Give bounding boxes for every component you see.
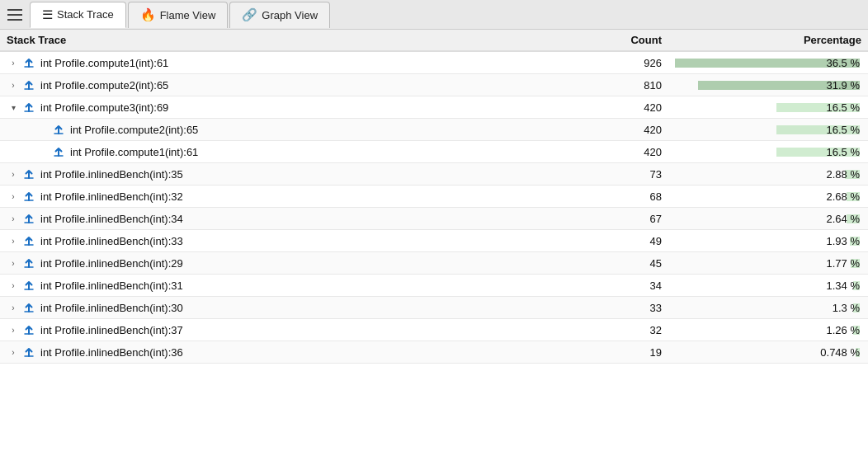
- count-cell-11: 34: [564, 275, 668, 297]
- method-icon-2: [21, 78, 36, 92]
- table-container: Stack Trace Count Percentage › int Profi…: [0, 30, 868, 465]
- tab-stack-trace-label: Stack Trace: [57, 8, 114, 21]
- pct-text-3: 16.5 %: [827, 101, 860, 114]
- count-cell-13: 32: [564, 319, 668, 341]
- method-name-9: int Profile.inlinedBench(int):33: [40, 235, 183, 247]
- method-name-5: int Profile.compute1(int):61: [70, 146, 198, 158]
- count-cell-5: 420: [564, 141, 668, 163]
- pct-cell-6: 2.88 %: [668, 163, 868, 186]
- count-cell-6: 73: [564, 163, 668, 186]
- method-name-1: int Profile.compute1(int):61: [40, 57, 168, 69]
- expand-button-11[interactable]: ›: [7, 279, 20, 292]
- expand-button-12[interactable]: ›: [7, 301, 20, 314]
- method-name-13: int Profile.inlinedBench(int):37: [40, 324, 183, 336]
- pct-cell-1: 36.5 %: [668, 51, 868, 74]
- method-icon-12: [21, 300, 36, 315]
- method-icon-7: [21, 189, 36, 204]
- tab-stack-trace[interactable]: ☰ Stack Trace: [30, 2, 126, 28]
- table-row: › int Profile.inlinedBench(int):34672.64…: [0, 208, 868, 230]
- stack-cell-9: › int Profile.inlinedBench(int):33: [0, 230, 564, 252]
- pct-text-10: 1.77 %: [827, 257, 860, 270]
- pct-cell-12: 1.3 %: [668, 297, 868, 319]
- hamburger-menu[interactable]: [3, 3, 26, 26]
- method-icon-1: [21, 55, 36, 70]
- table-row: › int Profile.compute2(int):6581031.9 %: [0, 74, 868, 96]
- pct-text-11: 1.34 %: [827, 279, 860, 292]
- stack-cell-6: › int Profile.inlinedBench(int):35: [0, 163, 564, 186]
- expand-button-3[interactable]: ▾: [7, 101, 20, 114]
- stack-cell-13: › int Profile.inlinedBench(int):37: [0, 319, 564, 341]
- stack-trace-icon: ☰: [42, 7, 53, 22]
- pct-cell-5: 16.5 %: [668, 141, 868, 163]
- table-row: int Profile.compute1(int):6142016.5 %: [0, 141, 868, 163]
- table-row: › int Profile.inlinedBench(int):35732.88…: [0, 163, 868, 186]
- pct-text-14: 0.748 %: [820, 346, 860, 359]
- method-name-12: int Profile.inlinedBench(int):30: [40, 302, 183, 314]
- expand-button-7[interactable]: ›: [7, 190, 20, 203]
- table-header-row: Stack Trace Count Percentage: [0, 30, 868, 51]
- table-row: int Profile.compute2(int):6542016.5 %: [0, 119, 868, 141]
- method-name-10: int Profile.inlinedBench(int):29: [40, 257, 183, 270]
- expand-button-13[interactable]: ›: [7, 323, 20, 336]
- expand-button-2[interactable]: ›: [7, 78, 20, 92]
- pct-cell-8: 2.64 %: [668, 208, 868, 230]
- pct-text-2: 31.9 %: [827, 79, 860, 92]
- table-row: › int Profile.inlinedBench(int):30331.3 …: [0, 297, 868, 319]
- pct-cell-7: 2.68 %: [668, 186, 868, 208]
- stack-cell-7: › int Profile.inlinedBench(int):32: [0, 186, 564, 208]
- method-icon-10: [21, 256, 36, 270]
- count-cell-8: 67: [564, 208, 668, 230]
- pct-cell-4: 16.5 %: [668, 119, 868, 141]
- count-cell-7: 68: [564, 186, 668, 208]
- col-header-stack: Stack Trace: [0, 30, 564, 51]
- pct-text-8: 2.64 %: [827, 213, 860, 225]
- method-name-2: int Profile.compute2(int):65: [40, 79, 168, 92]
- method-icon-8: [21, 211, 36, 226]
- tab-graph-view-label: Graph View: [262, 9, 318, 21]
- expand-button-8[interactable]: ›: [7, 212, 20, 225]
- pct-cell-13: 1.26 %: [668, 319, 868, 341]
- pct-text-4: 16.5 %: [827, 124, 860, 136]
- method-name-6: int Profile.inlinedBench(int):35: [40, 168, 183, 181]
- method-icon-4: [51, 122, 66, 137]
- stack-trace-table: Stack Trace Count Percentage › int Profi…: [0, 30, 868, 364]
- table-row: › int Profile.inlinedBench(int):33491.93…: [0, 230, 868, 252]
- table-row: › int Profile.inlinedBench(int):31341.34…: [0, 275, 868, 297]
- method-name-7: int Profile.inlinedBench(int):32: [40, 190, 183, 203]
- tab-flame-view[interactable]: 🔥 Flame View: [128, 2, 229, 28]
- expand-button-10[interactable]: ›: [7, 256, 20, 270]
- table-row: ▾ int Profile.compute3(int):6942016.5 %: [0, 96, 868, 119]
- pct-text-12: 1.3 %: [833, 302, 860, 314]
- pct-cell-9: 1.93 %: [668, 230, 868, 252]
- count-cell-12: 33: [564, 297, 668, 319]
- stack-cell-3: ▾ int Profile.compute3(int):69: [0, 96, 564, 119]
- pct-text-1: 36.5 %: [827, 57, 860, 69]
- pct-text-6: 2.88 %: [827, 168, 860, 181]
- pct-cell-14: 0.748 %: [668, 341, 868, 364]
- table-row: › int Profile.compute1(int):6192636.5 %: [0, 51, 868, 74]
- col-header-percentage: Percentage: [668, 30, 868, 51]
- expand-button-1[interactable]: ›: [7, 56, 20, 69]
- pct-text-9: 1.93 %: [827, 235, 860, 247]
- pct-cell-2: 31.9 %: [668, 74, 868, 96]
- method-icon-6: [21, 167, 36, 181]
- method-icon-9: [21, 233, 36, 248]
- stack-cell-11: › int Profile.inlinedBench(int):31: [0, 275, 564, 297]
- method-name-3: int Profile.compute3(int):69: [40, 101, 168, 114]
- method-icon-11: [21, 278, 36, 293]
- count-cell-3: 420: [564, 96, 668, 119]
- count-cell-14: 19: [564, 341, 668, 364]
- expand-button-6[interactable]: ›: [7, 167, 20, 181]
- table-row: › int Profile.inlinedBench(int):29451.77…: [0, 252, 868, 275]
- table-row: › int Profile.inlinedBench(int):37321.26…: [0, 319, 868, 341]
- count-cell-2: 810: [564, 74, 668, 96]
- expand-button-9[interactable]: ›: [7, 234, 20, 247]
- stack-cell-8: › int Profile.inlinedBench(int):34: [0, 208, 564, 230]
- method-icon-5: [51, 144, 66, 159]
- tab-bar: ☰ Stack Trace 🔥 Flame View 🔗 Graph View: [0, 0, 868, 30]
- count-cell-9: 49: [564, 230, 668, 252]
- expand-button-14[interactable]: ›: [7, 345, 20, 359]
- tab-graph-view[interactable]: 🔗 Graph View: [229, 2, 330, 28]
- method-name-4: int Profile.compute2(int):65: [70, 124, 198, 136]
- pct-text-5: 16.5 %: [827, 146, 860, 158]
